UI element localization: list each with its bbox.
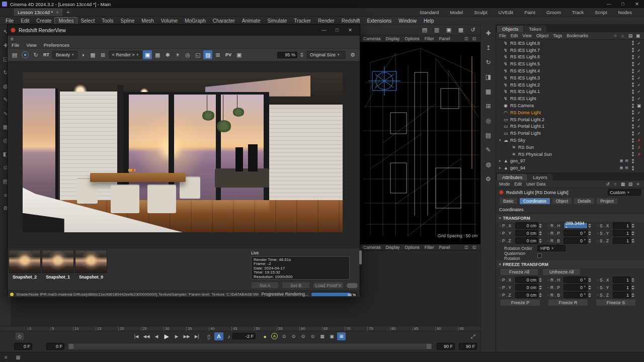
enable-mark-icon[interactable]: ✓ — [636, 54, 642, 59]
layout-item[interactable]: Script — [595, 10, 607, 15]
renderview-toolbar-icon[interactable]: < Render > — [109, 51, 142, 59]
renderview-toolbar-icon[interactable]: Beauty — [52, 51, 77, 59]
menu-item[interactable]: Window — [395, 18, 420, 24]
current-frame-field[interactable]: -2 F — [232, 333, 256, 339]
attribute-menu-icon[interactable]: ▦ — [620, 182, 626, 187]
strip-icon[interactable]: ⚙ — [484, 175, 494, 183]
viewport-menu-item[interactable]: Options — [405, 36, 419, 41]
anim-dot-icon[interactable] — [596, 294, 600, 297]
anim-dot-icon[interactable] — [498, 232, 502, 235]
renderview-toolbar-icon[interactable]: ◱ — [193, 50, 202, 59]
postfx-toggle[interactable] — [347, 283, 358, 288]
object-row[interactable]: ↯ RS IES Light.6 ✓ — [496, 54, 644, 61]
renderview-toolbar-icon[interactable]: ▦ — [89, 50, 98, 59]
stepper-icon[interactable] — [631, 278, 635, 283]
viewport-header-icon[interactable]: ◱ — [471, 245, 477, 250]
position-field[interactable]: 0 cm — [515, 292, 538, 298]
enable-mark-icon[interactable]: ✓ — [636, 117, 642, 122]
settings-gear-icon[interactable]: ⚙ — [348, 50, 357, 59]
menu-item[interactable]: Select — [77, 18, 98, 24]
visibility-dots[interactable] — [632, 152, 634, 156]
visibility-dots[interactable] — [632, 110, 634, 115]
object-menu-icon[interactable]: ▣ — [635, 33, 641, 39]
enable-mark-icon[interactable]: ✗ — [636, 145, 642, 150]
menu-item[interactable]: Spline — [117, 18, 138, 24]
attribute-menu-icon[interactable]: ▤ — [627, 182, 633, 187]
strip-icon[interactable]: ↥ — [484, 44, 494, 52]
preview-end-field[interactable]: 90 F — [437, 343, 455, 350]
statusbar-icon[interactable]: ≡ — [2, 353, 10, 361]
object-row[interactable]: ↯ RS IES Light.5 ✓ — [496, 60, 644, 67]
zoom-field[interactable]: 95 % — [277, 52, 297, 58]
visibility-dots[interactable] — [632, 55, 634, 59]
object-row[interactable]: ↯ RS IES Light.8 ✓ — [496, 40, 644, 47]
object-name[interactable]: RS IES Light.8 — [510, 41, 540, 46]
object-tag-icons[interactable]: ▦ ▤ — [620, 166, 629, 170]
visibility-dots[interactable] — [632, 138, 634, 143]
visibility-dots[interactable] — [632, 117, 634, 122]
renderview-burger-icon[interactable]: ≡ — [8, 36, 360, 42]
object-name[interactable]: RS Portal Light.1 — [510, 124, 544, 129]
menu-item[interactable]: Tools — [98, 18, 117, 24]
transport-button[interactable]: ▶ — [172, 332, 181, 340]
attribute-menu-item[interactable]: Edit — [514, 182, 522, 187]
strip-icon[interactable]: ◨ — [484, 73, 494, 81]
toolbar-icon[interactable]: ↺ — [468, 26, 477, 34]
renderview-toolbar-icon[interactable]: ▦ — [153, 50, 162, 59]
visibility-dots[interactable] — [632, 124, 634, 129]
viewport-header-icon[interactable]: ◱ — [471, 36, 477, 41]
expand-arrow-icon[interactable]: ▸ — [499, 166, 504, 170]
tab-add-button[interactable]: + — [66, 9, 69, 15]
object-menu-icon[interactable]: ⌂ — [620, 33, 626, 39]
enable-mark-icon[interactable]: ✓ — [636, 89, 642, 94]
viewport-menu-item[interactable]: Panel — [439, 36, 450, 41]
object-row[interactable]: ↯ RS IES Light ✓ — [496, 95, 644, 102]
record-button[interactable]: ⊙ — [308, 332, 317, 340]
stepper-icon[interactable] — [588, 223, 592, 228]
scale-field[interactable]: 1 — [613, 292, 631, 298]
menu-item[interactable]: Modes — [55, 18, 77, 24]
freeze-button[interactable]: Freeze P — [500, 299, 540, 306]
toolbar-icon[interactable]: ▥ — [432, 26, 441, 34]
enable-mark-icon[interactable]: ✗ — [636, 152, 642, 157]
transport-button[interactable]: ◀ — [152, 332, 161, 340]
close-button[interactable]: ✕ — [630, 2, 644, 7]
anim-dot-icon[interactable] — [596, 279, 600, 282]
viewport-top-body[interactable]: Grid Spacing : 50 cm — [360, 42, 480, 244]
strip-icon[interactable]: ▦ — [484, 87, 494, 96]
scale-field[interactable]: 1 — [613, 277, 631, 283]
minimize-button[interactable]: — — [602, 2, 616, 7]
timeline-toggle[interactable]: A — [214, 332, 223, 340]
position-field[interactable]: 0 cm — [515, 237, 538, 244]
object-row[interactable]: ▭ RS Portal Light ✓ — [496, 130, 644, 137]
scale-field[interactable]: 1 — [613, 230, 631, 236]
stepper-icon[interactable] — [539, 238, 542, 243]
object-name[interactable]: RS Physical Sun — [518, 152, 552, 157]
visibility-dots[interactable] — [632, 48, 634, 52]
object-row[interactable]: ▭ RS Portal Light.1 ✓ — [496, 123, 644, 130]
record-button[interactable]: ⊙ — [280, 332, 288, 340]
renderview-toolbar-icon[interactable]: RT — [41, 50, 51, 59]
object-row[interactable]: ↯ RS IES Light.7 ✓ — [496, 47, 644, 54]
panel-tab[interactable]: Attributes — [497, 174, 527, 180]
position-field[interactable]: 0 cm — [515, 277, 538, 283]
attribute-menu-icon[interactable]: ≡ — [635, 182, 641, 187]
preset-select[interactable]: Custom — [608, 189, 641, 196]
anim-dot-icon[interactable] — [498, 294, 502, 297]
freeze-button[interactable]: Freeze All — [500, 268, 538, 276]
visibility-dots[interactable] — [632, 62, 634, 66]
visibility-dots[interactable] — [632, 104, 634, 108]
enable-mark-icon[interactable]: ✓ — [636, 82, 642, 87]
stepper-icon[interactable] — [539, 278, 542, 283]
object-menu-item[interactable]: View — [522, 33, 531, 38]
record-button[interactable]: ⊙ — [289, 332, 298, 340]
size-select[interactable]: Original Size — [306, 51, 346, 59]
attribute-menu-icon[interactable]: ○ — [612, 182, 618, 187]
layout-item[interactable]: Paint — [524, 10, 535, 15]
menu-item[interactable]: MoGraph — [181, 18, 209, 24]
stepper-icon[interactable] — [631, 285, 635, 290]
anim-dot-icon[interactable] — [546, 286, 550, 289]
toolbar-icon[interactable]: ▣ — [444, 26, 453, 34]
object-menu-icon[interactable]: ○ — [612, 33, 618, 39]
position-field[interactable]: 0 cm — [515, 230, 538, 236]
